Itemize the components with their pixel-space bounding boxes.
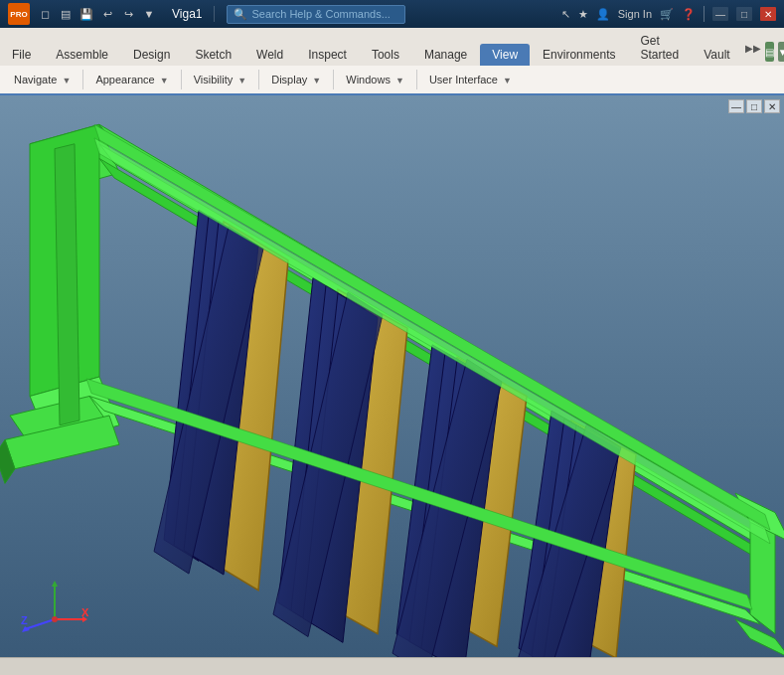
close-button[interactable]: ✕ xyxy=(760,7,776,21)
user-icon: 👤 xyxy=(596,8,610,21)
ribbon-sep-2 xyxy=(181,70,182,89)
tab-get-started[interactable]: Get Started xyxy=(628,30,691,66)
svg-text:X: X xyxy=(81,606,89,618)
qat-save[interactable]: 💾 xyxy=(78,5,95,23)
tab-weld[interactable]: Weld xyxy=(244,44,295,66)
viewport-controls: — □ ✕ xyxy=(728,99,780,113)
sign-in-text[interactable]: Sign In xyxy=(618,8,652,20)
more-tabs[interactable]: ▶▶ xyxy=(743,39,763,58)
ribbon-btn-navigate[interactable]: Navigate ▼ xyxy=(6,72,78,87)
cursor-icon: ↖ xyxy=(561,8,570,21)
title-bar: PRO ◻ ▤ 💾 ↩ ↪ ▼ Viga1 🔍 Search Help & Co… xyxy=(0,0,784,28)
ribbon-sep-1 xyxy=(82,70,83,89)
tab-vault[interactable]: Vault xyxy=(692,44,741,66)
tab-tools[interactable]: Tools xyxy=(360,44,411,66)
title-bar-right: ↖ ★ 👤 Sign In 🛒 ❓ — □ ✕ xyxy=(561,6,776,22)
title-bar-left: PRO ◻ ▤ 💾 ↩ ↪ ▼ Viga1 🔍 Search Help & Co… xyxy=(8,3,405,25)
tab-inspect[interactable]: Inspect xyxy=(296,44,359,66)
search-bar[interactable]: 🔍 Search Help & Commands... xyxy=(227,5,405,24)
ribbon-sep-3 xyxy=(258,70,259,89)
qat-new[interactable]: ◻ xyxy=(36,5,54,23)
ribbon-content: Navigate ▼ Appearance ▼ Visibility ▼ Dis… xyxy=(0,66,784,93)
truss-3d-model xyxy=(0,95,784,657)
svg-text:Z: Z xyxy=(21,614,28,626)
svg-marker-5 xyxy=(55,144,79,425)
viewport-background xyxy=(0,95,784,657)
tab-file[interactable]: File xyxy=(0,44,43,66)
ribbon-btn-user-interface[interactable]: User Interface ▼ xyxy=(421,72,520,87)
tab-sketch[interactable]: Sketch xyxy=(183,44,243,66)
ribbon-btn-windows[interactable]: Windows ▼ xyxy=(338,72,412,87)
viewport-close[interactable]: ✕ xyxy=(764,99,780,113)
qat-redo[interactable]: ↪ xyxy=(119,5,137,23)
quick-access-toolbar: ◻ ▤ 💾 ↩ ↪ ▼ xyxy=(36,5,158,23)
help-icon: ❓ xyxy=(682,8,696,21)
qat-more[interactable]: ▼ xyxy=(140,5,158,23)
tab-manage[interactable]: Manage xyxy=(412,44,479,66)
svg-point-47 xyxy=(52,616,58,622)
title-text: Viga1 xyxy=(172,7,202,21)
cart-icon: 🛒 xyxy=(660,8,674,21)
ribbon-btn-visibility[interactable]: Visibility ▼ xyxy=(186,72,255,87)
viewport-maximize[interactable]: □ xyxy=(746,99,762,113)
maximize-button[interactable]: □ xyxy=(736,7,752,21)
ribbon-tabs: File Assemble Design Sketch Weld Inspect… xyxy=(0,28,784,66)
status-bar xyxy=(0,657,784,675)
axis-indicator: Z X xyxy=(20,575,89,637)
tab-design[interactable]: Design xyxy=(121,44,182,66)
viewport-restore[interactable]: — xyxy=(728,99,744,113)
app-logo: PRO xyxy=(8,3,30,25)
axis-svg: Z X xyxy=(20,575,89,634)
favorites-icon: ★ xyxy=(578,8,588,21)
ribbon-btn-appearance[interactable]: Appearance ▼ xyxy=(87,72,176,87)
context-btn[interactable]: ▤ xyxy=(765,42,774,62)
tab-assemble[interactable]: Assemble xyxy=(44,44,120,66)
viewport[interactable]: — □ ✕ Z X xyxy=(0,95,784,657)
tab-environments[interactable]: Environments xyxy=(531,44,627,66)
minimize-button[interactable]: — xyxy=(712,7,728,21)
svg-line-39 xyxy=(25,619,55,629)
search-placeholder: Search Help & Commands... xyxy=(251,8,390,20)
logo-text: PRO xyxy=(10,10,27,19)
search-icon: 🔍 xyxy=(234,8,247,21)
qat-open[interactable]: ▤ xyxy=(57,5,75,23)
ribbon-sep-4 xyxy=(333,70,334,89)
svg-marker-46 xyxy=(52,581,58,587)
right-separator xyxy=(704,6,705,22)
title-separator xyxy=(214,6,215,22)
ribbon: File Assemble Design Sketch Weld Inspect… xyxy=(0,28,784,95)
qat-undo[interactable]: ↩ xyxy=(98,5,116,23)
tab-view[interactable]: View xyxy=(480,44,530,66)
dropdown-btn[interactable]: ▼ xyxy=(778,42,784,62)
ribbon-btn-display[interactable]: Display ▼ xyxy=(263,72,329,87)
ribbon-sep-5 xyxy=(416,70,417,89)
